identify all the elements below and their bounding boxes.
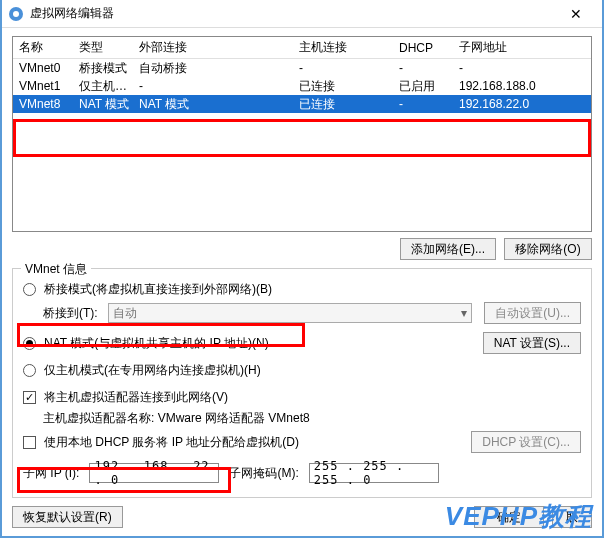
subnet-ip-input[interactable]: 192 . 168 . 22 . 0 (89, 463, 219, 483)
list-buttons: 添加网络(E)... 移除网络(O) (12, 238, 592, 260)
table-row[interactable]: VMnet1 仅主机… - 已连接 已启用 192.168.188.0 (13, 77, 591, 95)
app-icon (8, 6, 24, 22)
subnet-mask-input[interactable]: 255 . 255 . 255 . 0 (309, 463, 439, 483)
window-title: 虚拟网络编辑器 (30, 5, 556, 22)
subnet-ip-label: 子网 IP (I): (23, 465, 79, 482)
remove-network-button[interactable]: 移除网络(O) (504, 238, 592, 260)
restore-defaults-button[interactable]: 恢复默认设置(R) (12, 506, 123, 528)
bridge-to-select[interactable]: 自动 (108, 303, 473, 323)
table-row-selected[interactable]: VMnet8 NAT 模式 NAT 模式 已连接 - 192.168.22.0 (13, 95, 591, 113)
adapter-name-label: 主机虚拟适配器名称: VMware 网络适配器 VMnet8 (43, 410, 581, 427)
bridge-to-row: 桥接到(T): 自动 自动设置(U)... (43, 302, 581, 324)
dhcp-assign-option[interactable]: 使用本地 DHCP 服务将 IP 地址分配给虚拟机(D) DHCP 设置(C).… (23, 431, 581, 453)
nat-mode-option[interactable]: NAT 模式(与虚拟机共享主机的 IP 地址)(N) NAT 设置(S)... (23, 332, 581, 354)
table-row[interactable]: VMnet0 桥接模式 自动桥接 - - - (13, 59, 591, 77)
checkbox-connect-adapter[interactable] (23, 391, 36, 404)
auto-settings-button: 自动设置(U)... (484, 302, 581, 324)
subnet-row: 子网 IP (I): 192 . 168 . 22 . 0 子网掩码(M): 2… (23, 463, 581, 483)
list-header: 名称 类型 外部连接 主机连接 DHCP 子网地址 (13, 37, 591, 59)
close-button[interactable]: ✕ (556, 2, 596, 26)
bridge-mode-option[interactable]: 桥接模式(将虚拟机直接连接到外部网络)(B) (23, 281, 581, 298)
radio-bridge[interactable] (23, 283, 36, 296)
svg-point-1 (13, 11, 19, 17)
vmnet-info-group: VMnet 信息 桥接模式(将虚拟机直接连接到外部网络)(B) 桥接到(T): … (12, 268, 592, 498)
content-area: 名称 类型 外部连接 主机连接 DHCP 子网地址 VMnet0 桥接模式 自动… (2, 28, 602, 506)
col-host: 主机连接 (293, 39, 393, 56)
connect-adapter-option[interactable]: 将主机虚拟适配器连接到此网络(V) (23, 389, 581, 406)
titlebar: 虚拟网络编辑器 ✕ (2, 0, 602, 28)
subnet-mask-label: 子网掩码(M): (229, 465, 298, 482)
radio-hostonly[interactable] (23, 364, 36, 377)
checkbox-dhcp[interactable] (23, 436, 36, 449)
dhcp-settings-button: DHCP 设置(C)... (471, 431, 581, 453)
nat-settings-button[interactable]: NAT 设置(S)... (483, 332, 581, 354)
hostonly-mode-option[interactable]: 仅主机模式(在专用网络内连接虚拟机)(H) (23, 362, 581, 379)
add-network-button[interactable]: 添加网络(E)... (400, 238, 496, 260)
radio-nat[interactable] (23, 337, 36, 350)
col-type: 类型 (73, 39, 133, 56)
watermark: VEPHP教程 (445, 499, 592, 534)
highlight-box-row (13, 119, 591, 157)
col-name: 名称 (13, 39, 73, 56)
col-external: 外部连接 (133, 39, 293, 56)
col-subnet: 子网地址 (453, 39, 591, 56)
col-dhcp: DHCP (393, 41, 453, 55)
network-list[interactable]: 名称 类型 外部连接 主机连接 DHCP 子网地址 VMnet0 桥接模式 自动… (12, 36, 592, 232)
group-title: VMnet 信息 (21, 261, 91, 278)
